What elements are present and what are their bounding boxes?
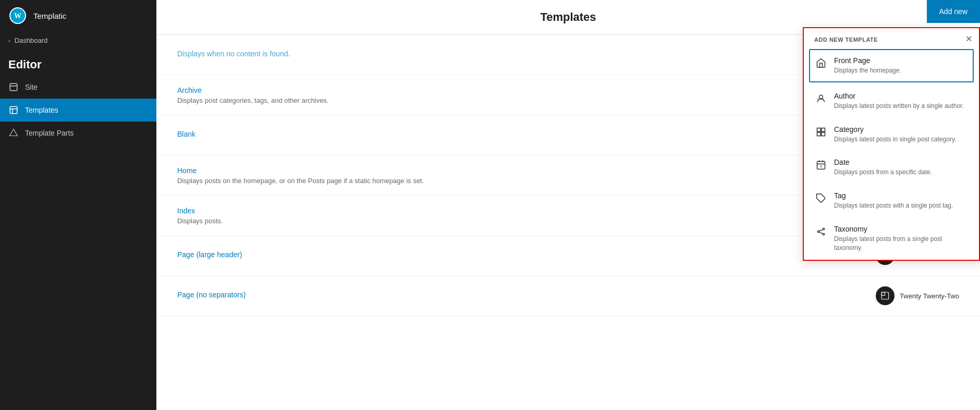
add-new-template-dropdown: ✕ ADD NEW TEMPLATE Front Page Displays t… [803,27,980,261]
dropdown-item-title: Tag [834,191,967,200]
sidebar-item-template-parts[interactable]: Template Parts [0,122,156,144]
editor-label: Editor [0,50,156,76]
table-row: Page (no separators) Twenty Twenty-Two [156,276,980,316]
dropdown-item-desc: Displays the homepage. [834,66,967,75]
svg-rect-22 [881,292,885,295]
dropdown-item-taxonomy[interactable]: Taxonomy Displays latest posts from a si… [804,218,979,260]
author-icon [815,93,827,104]
close-dropdown-button[interactable]: ✕ [962,32,975,45]
svg-rect-26 [822,128,825,131]
dropdown-item-date[interactable]: 2 Date Displays posts from a specific da… [804,151,979,184]
template-theme: Twenty Twenty-Two [876,286,959,305]
sidebar-header: W Templatic [0,0,156,31]
theme-name: Twenty Twenty-Two [900,292,959,300]
sidebar-item-site[interactable]: Site [0,76,156,99]
svg-point-36 [823,228,824,230]
dropdown-item-title: Category [834,125,967,134]
dropdown-item-author[interactable]: Author Displays latest posts written by … [804,85,979,118]
svg-rect-3 [10,83,17,91]
svg-rect-27 [817,132,821,136]
dropdown-item-title: Taxonomy [834,225,967,233]
template-name[interactable]: Index [177,207,876,215]
svg-marker-8 [10,129,18,136]
sidebar-item-templates-label: Templates [25,106,58,114]
template-name[interactable]: Archive [177,86,876,94]
chevron-left-icon: ‹ [8,38,10,44]
svg-text:W: W [14,12,21,20]
template-name[interactable]: Blank [177,130,876,138]
dropdown-header: ADD NEW TEMPLATE [804,28,979,49]
dashboard-label: Dashboard [15,37,48,44]
home-icon [815,57,827,69]
svg-line-38 [819,230,823,231]
dropdown-item-desc: Displays latest posts with a single post… [834,201,967,210]
dropdown-item-title: Author [834,92,967,100]
main-content: Templates Add new Displays when no conte… [156,0,980,410]
dropdown-item-tag[interactable]: Tag Displays latest posts with a single … [804,184,979,218]
template-name[interactable]: Home [177,166,876,175]
dashboard-link[interactable]: ‹ Dashboard [0,31,156,50]
site-name: Templatic [33,11,66,20]
svg-rect-28 [822,132,825,136]
sidebar-item-template-parts-label: Template Parts [25,129,74,137]
date-icon: 2 [815,159,827,171]
dropdown-item-title: Date [834,158,967,166]
sidebar: W Templatic ‹ Dashboard Editor Site Temp… [0,0,156,410]
svg-rect-5 [10,106,17,114]
dropdown-item-desc: Displays latest posts written by a singl… [834,102,967,111]
wp-logo-icon: W [8,6,27,25]
taxonomy-icon [815,226,827,237]
page-title: Templates [540,10,596,24]
svg-rect-21 [881,292,889,299]
template-name[interactable]: Displays when no content is found. [177,50,876,58]
tag-icon [815,192,827,204]
templates-icon [8,105,19,115]
dropdown-item-category[interactable]: Category Displays latest posts in single… [804,118,979,151]
dropdown-item-desc: Displays posts from a specific date. [834,168,967,177]
template-name[interactable]: Page (no separators) [177,291,876,299]
add-new-button[interactable]: Add new [927,0,980,23]
template-parts-icon [8,128,19,138]
svg-line-39 [819,232,823,234]
svg-point-23 [819,95,823,99]
category-icon [815,126,827,138]
dropdown-item-title: Front Page [834,56,967,65]
template-desc: Displays posts. [177,217,876,225]
dropdown-item-front-page[interactable]: Front Page Displays the homepage. [809,49,974,82]
sidebar-item-templates[interactable]: Templates [0,99,156,122]
dropdown-item-desc: Displays latest posts in single post cat… [834,135,967,144]
theme-icon [876,286,895,305]
dropdown-item-desc: Displays latest posts from a single post… [834,235,967,252]
template-name[interactable]: Page (large header) [177,250,876,259]
svg-point-37 [823,233,824,235]
sidebar-item-site-label: Site [25,83,38,91]
site-icon [8,82,19,92]
svg-point-35 [817,231,819,232]
svg-rect-25 [817,128,821,131]
template-desc: Displays posts on the homepage, or on th… [177,177,876,185]
template-desc: Displays post categories, tags, and othe… [177,97,876,104]
